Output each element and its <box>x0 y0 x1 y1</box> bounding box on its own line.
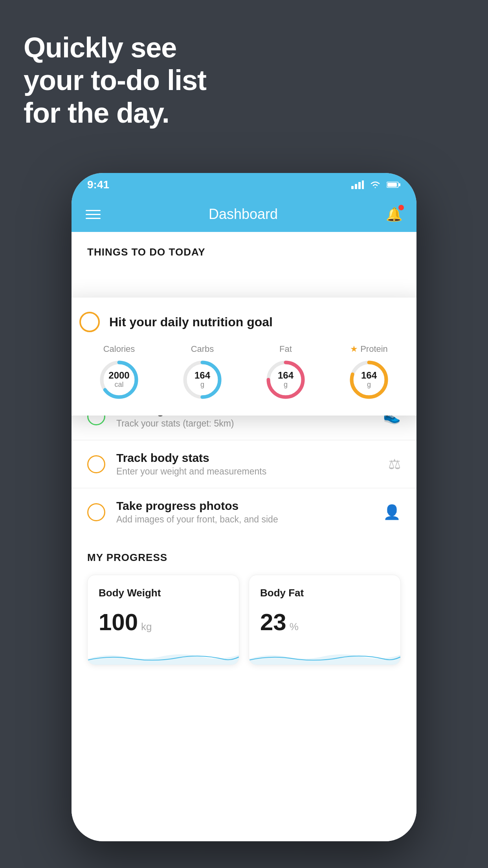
todo-title: Take progress photos <box>116 499 372 513</box>
progress-value-row: 23 % <box>260 609 389 636</box>
status-time: 9:41 <box>87 178 109 191</box>
wave-chart <box>88 645 239 665</box>
todo-subtitle: Add images of your front, back, and side <box>116 514 372 525</box>
progress-header: MY PROGRESS <box>87 552 401 564</box>
progress-value: 100 <box>99 609 138 636</box>
nutrition-item-calories: Calories 2000 cal <box>97 344 141 401</box>
signal-icon <box>351 180 364 189</box>
todo-item[interactable]: Take progress photos Add images of your … <box>72 488 416 536</box>
nutrition-card: Hit your daily nutrition goal Calories 2… <box>72 298 416 416</box>
nutrition-item-carbs: Carbs 164 g <box>181 344 224 401</box>
battery-icon <box>387 181 401 188</box>
menu-button[interactable] <box>86 210 101 219</box>
nutrition-label: ★ Protein <box>350 344 388 354</box>
donut-protein: 164 g <box>347 358 391 401</box>
donut-fat: 164 g <box>264 358 307 401</box>
nutrition-item-fat: Fat 164 g <box>264 344 307 401</box>
todo-subtitle: Enter your weight and measurements <box>116 466 377 477</box>
svg-rect-1 <box>355 184 357 189</box>
notification-dot <box>398 205 404 210</box>
nutrition-label: Carbs <box>191 344 214 354</box>
nutrition-row: Calories 2000 cal Carbs 164 g <box>79 344 409 401</box>
donut-center: 164 g <box>278 370 294 389</box>
donut-carbs: 164 g <box>181 358 224 401</box>
top-nav: Dashboard 🔔 <box>72 197 416 232</box>
progress-section: MY PROGRESS Body Weight 100 kg Body Fat … <box>72 552 416 665</box>
card-header: Hit your daily nutrition goal <box>79 312 409 332</box>
todo-circle-nutrition[interactable] <box>79 312 100 332</box>
todo-title: Track body stats <box>116 451 377 465</box>
wave-chart <box>249 645 400 665</box>
todo-item[interactable]: Track body stats Enter your weight and m… <box>72 440 416 488</box>
progress-cards: Body Weight 100 kg Body Fat 23 % <box>87 575 401 665</box>
progress-card-title: Body Fat <box>260 587 389 599</box>
todo-action-icon: ⚖ <box>388 456 401 473</box>
card-title: Hit your daily nutrition goal <box>109 315 273 329</box>
svg-rect-6 <box>399 183 400 186</box>
nav-title: Dashboard <box>209 206 278 223</box>
things-today-header: THINGS TO DO TODAY <box>72 232 416 266</box>
donut-center: 164 g <box>361 370 377 389</box>
status-icons <box>351 180 401 189</box>
todo-circle <box>87 503 105 521</box>
nutrition-label: Calories <box>103 344 135 354</box>
progress-card-body-fat[interactable]: Body Fat 23 % <box>249 575 401 665</box>
todo-subtitle: Track your stats (target: 5km) <box>116 418 372 429</box>
todo-circle <box>87 455 105 473</box>
notification-bell[interactable]: 🔔 <box>386 206 402 222</box>
progress-unit: % <box>290 621 299 633</box>
nutrition-item-protein: ★ Protein 164 g <box>347 344 391 401</box>
todo-text: Take progress photos Add images of your … <box>116 499 372 525</box>
donut-center: 164 g <box>194 370 210 389</box>
svg-rect-2 <box>358 182 361 189</box>
status-bar: 9:41 <box>72 173 416 197</box>
nutrition-label: Fat <box>279 344 292 354</box>
progress-card-body-weight[interactable]: Body Weight 100 kg <box>87 575 239 665</box>
donut-calories: 2000 cal <box>97 358 141 401</box>
progress-unit: kg <box>141 621 152 633</box>
todo-action-icon: 👤 <box>383 504 401 520</box>
progress-value-row: 100 kg <box>99 609 228 636</box>
main-content: THINGS TO DO TODAY Hit your daily nutrit… <box>72 232 416 841</box>
progress-card-title: Body Weight <box>99 587 228 599</box>
star-icon: ★ <box>350 344 358 354</box>
svg-rect-0 <box>351 186 354 189</box>
phone-mockup: 9:41 D <box>72 173 416 841</box>
progress-value: 23 <box>260 609 286 636</box>
svg-rect-3 <box>362 180 364 189</box>
wifi-icon <box>369 180 381 189</box>
hero-text: Quickly see your to-do list for the day. <box>24 31 206 129</box>
donut-center: 2000 cal <box>108 370 129 389</box>
svg-rect-5 <box>387 183 397 187</box>
todo-text: Track body stats Enter your weight and m… <box>116 451 377 477</box>
